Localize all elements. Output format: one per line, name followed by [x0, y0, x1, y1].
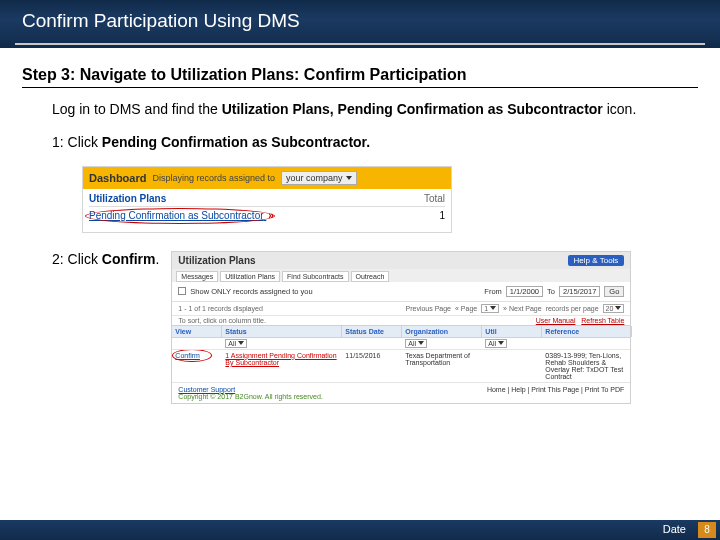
slide-content: Step 3: Navigate to Utilization Plans: C… [0, 48, 720, 404]
table-row: Confirm 1 Assignment Pending Confirmatio… [172, 350, 630, 383]
table-header: View Status Status Date Organization Uti… [172, 325, 630, 338]
page-select[interactable]: 1 [481, 304, 499, 313]
utilization-plans-screenshot: Utilization Plans Help & Tools Messages … [171, 251, 631, 404]
step1-bold: Pending Confirmation as Subcontractor. [102, 134, 370, 150]
confirm-link[interactable]: Confirm [172, 350, 222, 382]
footer-links[interactable]: Home | Help | Print This Page | Print To… [487, 386, 624, 400]
intro-bold: Utilization Plans, Pending Confirmation … [222, 101, 603, 117]
filter-row: Show ONLY records assigned to you From 1… [172, 282, 630, 302]
util-filter[interactable]: All [485, 339, 507, 348]
help-tools-button[interactable]: Help & Tools [568, 255, 625, 266]
go-button[interactable]: Go [604, 286, 624, 297]
customer-support-link[interactable]: Customer Support [178, 386, 235, 393]
panel-title: Utilization Plans [178, 255, 255, 266]
page-label: « Page [455, 305, 477, 312]
status-cell[interactable]: 1 Assignment Pending Confirmation By Sub… [222, 350, 342, 382]
total-label: Total [424, 193, 445, 204]
dashboard-title: Dashboard [89, 172, 146, 184]
panel-footer: Customer Support Copyright © 2017 B2Gnow… [172, 383, 630, 403]
pager-count: 1 - 1 of 1 records displayed [178, 305, 262, 312]
chevron-down-icon [498, 341, 504, 345]
to-label: To [547, 287, 555, 296]
dashboard-header: Dashboard Displaying records assigned to… [83, 167, 451, 189]
utilization-plans-header: Utilization Plans Total [89, 193, 445, 207]
column-filter-row: All All All [172, 338, 630, 350]
step2-post: . [155, 251, 159, 267]
chevron-down-icon [615, 306, 621, 310]
per-page-label: records per page [546, 305, 599, 312]
from-date-input[interactable]: 1/1/2000 [506, 286, 543, 297]
util-label: Utilization Plans [89, 193, 166, 204]
org-filter[interactable]: All [405, 339, 427, 348]
copyright-text: Copyright © 2017 B2Gnow. All rights rese… [178, 393, 322, 400]
pending-count: 1 [439, 210, 445, 221]
chevron-down-icon [346, 176, 352, 180]
pending-row: Pending Confirmation as Subcontractor » … [89, 207, 445, 224]
dashboard-body: Utilization Plans Total Pending Confirma… [83, 189, 451, 232]
step2-paragraph: 2: Click Confirm. [52, 251, 159, 267]
col-util[interactable]: Util [482, 326, 542, 337]
tab-utilization-plans[interactable]: Utilization Plans [220, 271, 280, 282]
tab-find-subcontracts[interactable]: Find Subcontracts [282, 271, 348, 282]
refresh-table-link[interactable]: Refresh Table [581, 317, 624, 324]
page-number: 8 [698, 522, 716, 538]
col-status[interactable]: Status [222, 326, 342, 337]
org-cell: Texas Department of Transportation [402, 350, 482, 382]
step2-bold: Confirm [102, 251, 156, 267]
col-reference[interactable]: Reference [542, 326, 632, 337]
status-filter[interactable]: All [225, 339, 247, 348]
scope-value: your company [286, 173, 343, 183]
step-heading: Step 3: Navigate to Utilization Plans: C… [22, 66, 698, 88]
scope-select[interactable]: your company [281, 171, 357, 185]
per-page-select[interactable]: 20 [603, 304, 625, 313]
pager-row: 1 - 1 of 1 records displayed Previous Pa… [172, 302, 630, 316]
confirm-text: Confirm [175, 352, 200, 359]
dashboard-screenshot: Dashboard Displaying records assigned to… [82, 166, 452, 233]
col-status-date[interactable]: Status Date [342, 326, 402, 337]
tab-outreach[interactable]: Outreach [351, 271, 390, 282]
only-assigned-checkbox[interactable] [178, 287, 186, 295]
red-arrow-icon: » [268, 210, 274, 221]
filter-label: Show ONLY records assigned to you [190, 287, 312, 296]
user-manual-link[interactable]: User Manual [536, 317, 576, 324]
util-cell [482, 350, 542, 382]
intro-pre: Log in to DMS and find the [52, 101, 222, 117]
title-underline [15, 43, 705, 45]
prev-page-link[interactable]: Previous Page [405, 305, 451, 312]
next-page-link[interactable]: » Next Page [503, 305, 542, 312]
step1-pre: 1: Click [52, 134, 102, 150]
panel-header: Utilization Plans Help & Tools [172, 252, 630, 269]
intro-post: icon. [603, 101, 636, 117]
slide-title: Confirm Participation Using DMS [22, 10, 300, 32]
slide-footer: Date 8 [0, 520, 720, 540]
col-organization[interactable]: Organization [402, 326, 482, 337]
hint-row: To sort, click on column title. User Man… [172, 316, 630, 325]
chevron-down-icon [418, 341, 424, 345]
slide-header: Confirm Participation Using DMS [0, 0, 720, 48]
to-date-input[interactable]: 2/15/2017 [559, 286, 600, 297]
from-label: From [484, 287, 502, 296]
dashboard-subtitle: Displaying records assigned to [152, 173, 275, 183]
chevron-down-icon [490, 306, 496, 310]
sort-hint: To sort, click on column title. [178, 317, 266, 324]
panel-tabs: Messages Utilization Plans Find Subcontr… [172, 269, 630, 282]
tab-messages[interactable]: Messages [176, 271, 218, 282]
pending-text: Pending Confirmation as Subcontractor [89, 210, 264, 221]
step2-pre: 2: Click [52, 251, 102, 267]
col-view[interactable]: View [172, 326, 222, 337]
pending-confirmation-link[interactable]: Pending Confirmation as Subcontractor » [89, 210, 274, 221]
footer-date: Date [663, 523, 686, 535]
step1-paragraph: 1: Click Pending Confirmation as Subcont… [52, 133, 698, 152]
date-cell: 11/15/2016 [342, 350, 402, 382]
intro-paragraph: Log in to DMS and find the Utilization P… [52, 100, 698, 119]
step2-row: 2: Click Confirm. Utilization Plans Help… [52, 251, 698, 404]
ref-cell: 0389-13-999; Ten-Lions, Rehab Shoulders … [542, 350, 632, 382]
chevron-down-icon [238, 341, 244, 345]
